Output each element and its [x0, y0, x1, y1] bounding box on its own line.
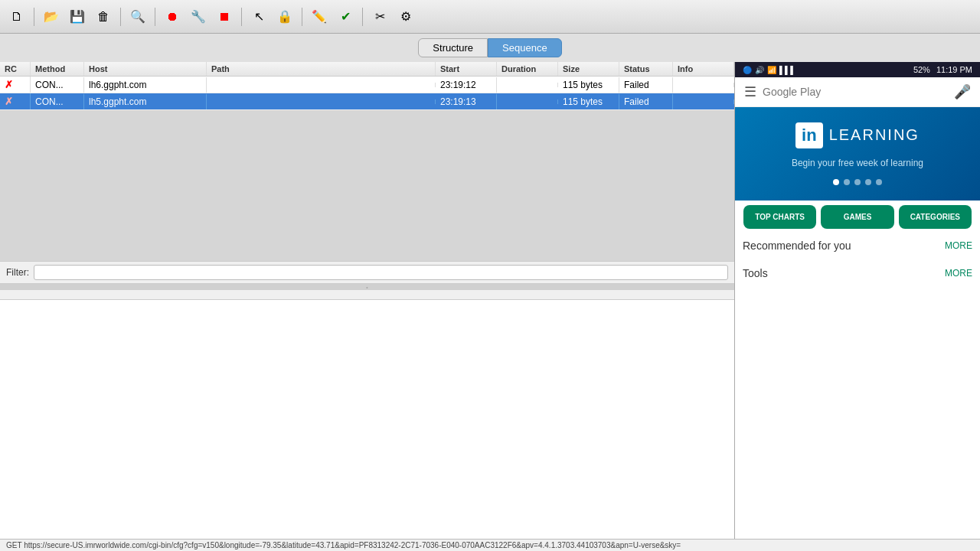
stop-icon[interactable]: ⏹ [214, 6, 235, 28]
right-panel: 🔵 🔊 📶 ▌▌▌ 52% 11:19 PM ☰ 🎤 in [735, 62, 980, 539]
gp-category-buttons: TOP CHARTS GAMES CATEGORIES [735, 201, 980, 233]
row-status: Failed [619, 77, 673, 93]
pencil-icon[interactable]: ✏️ [309, 6, 330, 28]
battery-time: 52% 11:19 PM [913, 65, 972, 74]
trash-icon[interactable]: 🗑 [93, 6, 114, 28]
phone-screen: 🔵 🔊 📶 ▌▌▌ 52% 11:19 PM ☰ 🎤 in [735, 62, 980, 539]
table-body: ✗ CON... lh6.ggpht.com 23:19:12 115 byte… [0, 77, 734, 110]
tab-sequence[interactable]: Sequence [488, 38, 562, 57]
cursor-icon[interactable]: ↖ [248, 6, 270, 28]
toolbar-separator-5 [302, 8, 302, 26]
filter-input[interactable] [34, 265, 728, 280]
categories-btn[interactable]: CATEGORIES [899, 205, 972, 229]
dot-2 [844, 179, 850, 185]
games-btn[interactable]: GAMES [821, 205, 893, 229]
hamburger-icon[interactable]: ☰ [744, 83, 756, 100]
error-icon: ✗ [5, 79, 13, 90]
dot-5 [876, 179, 882, 185]
dot-3 [854, 179, 861, 185]
row-path [207, 83, 436, 87]
status-left-icons: 🔵 🔊 📶 ▌▌▌ [743, 66, 795, 74]
request-table: RC Method Host Path Start Duration Size … [0, 62, 734, 261]
table-header: RC Method Host Path Start Duration Size … [0, 62, 734, 77]
row-host: lh5.ggpht.com [84, 94, 207, 109]
view-tabs: Structure Sequence [0, 34, 980, 62]
filter-label: Filter: [6, 267, 29, 278]
recommended-title-row: Recommended for you MORE [743, 240, 972, 252]
col-header-rc: RC [0, 62, 31, 76]
top-charts-btn[interactable]: TOP CHARTS [743, 205, 816, 229]
audio-icon: 🔊 [755, 66, 764, 74]
row-method: CON... [31, 94, 84, 109]
row-status: Failed [619, 94, 673, 109]
col-header-host: Host [84, 62, 207, 76]
clock: 11:19 PM [936, 65, 972, 74]
check-icon[interactable]: ✔ [335, 6, 356, 28]
col-header-size: Size [558, 62, 619, 76]
linkedin-banner: in LEARNING Begin your free week of lear… [735, 107, 980, 201]
tools-more-link[interactable]: MORE [945, 268, 972, 279]
detail-content [0, 300, 734, 539]
row-info [673, 99, 734, 104]
linkedin-subtitle: Begin your free week of learning [792, 158, 923, 168]
col-header-info: Info [673, 62, 734, 76]
new-icon[interactable]: 🗋 [6, 6, 28, 28]
google-play-header: ☰ 🎤 [735, 77, 980, 107]
row-size: 115 bytes [558, 77, 619, 93]
battery-percent: 52% [913, 65, 930, 74]
row-info [673, 83, 734, 87]
col-header-start: Start [436, 62, 497, 76]
record-icon[interactable]: ⏺ [162, 6, 183, 28]
status-bar: GET https://secure-US.imrworldwide.com/c… [0, 539, 980, 551]
save-icon[interactable]: 💾 [67, 6, 88, 28]
dot-1 [833, 179, 839, 185]
col-header-duration: Duration [497, 62, 558, 76]
row-method: CON... [31, 77, 84, 93]
recommended-title: Recommended for you [743, 240, 851, 252]
toolbar-separator-2 [120, 8, 121, 26]
banner-dots [833, 179, 882, 185]
row-duration [497, 99, 558, 104]
row-rc: ✗ [0, 77, 31, 93]
toolbar-separator-1 [34, 8, 34, 26]
tools-title: Tools [743, 267, 768, 279]
row-start: 23:19:12 [436, 77, 497, 93]
ssl-icon[interactable]: 🔒 [274, 6, 296, 28]
toolbar: 🗋 📂 💾 🗑 🔍 ⏺ 🔧 ⏹ ↖ 🔒 ✏️ ✔ ✂ ⚙ [0, 0, 980, 34]
linkedin-title: LEARNING [829, 126, 920, 144]
scissors-icon[interactable]: ✂ [369, 6, 390, 28]
settings-icon[interactable]: ⚙ [395, 6, 416, 28]
toolbar-separator-6 [362, 8, 363, 26]
row-host: lh6.ggpht.com [84, 77, 207, 93]
drag-handle[interactable] [0, 284, 734, 290]
error-icon: ✗ [5, 96, 13, 107]
open-icon[interactable]: 📂 [41, 6, 62, 28]
tools-title-row: Tools MORE [743, 267, 972, 279]
recommended-section: Recommended for you MORE [735, 233, 980, 264]
toolbar-separator-3 [155, 8, 155, 26]
bluetooth-icon: 🔵 [743, 66, 752, 74]
signal-icon: ▌▌▌ [779, 66, 795, 74]
gp-search-input[interactable] [763, 86, 948, 98]
tools-icon[interactable]: 🔧 [188, 6, 209, 28]
row-duration [497, 83, 558, 87]
table-row[interactable]: ✗ CON... lh6.ggpht.com 23:19:12 115 byte… [0, 77, 734, 93]
col-header-method: Method [31, 62, 84, 76]
filter-bar: Filter: [0, 261, 734, 284]
mic-icon[interactable]: 🎤 [954, 83, 971, 100]
recommended-more-link[interactable]: MORE [945, 240, 972, 251]
main-area: RC Method Host Path Start Duration Size … [0, 62, 980, 539]
row-path [207, 99, 436, 104]
table-row[interactable]: ✗ CON... lh5.ggpht.com 23:19:13 115 byte… [0, 93, 734, 110]
dot-4 [865, 179, 871, 185]
left-panel: RC Method Host Path Start Duration Size … [0, 62, 735, 539]
col-header-path: Path [207, 62, 436, 76]
tools-section: Tools MORE [735, 264, 980, 289]
tab-structure[interactable]: Structure [418, 38, 488, 57]
row-start: 23:19:13 [436, 94, 497, 109]
toolbar-separator-4 [241, 8, 242, 26]
find-icon[interactable]: 🔍 [127, 6, 149, 28]
col-header-status: Status [619, 62, 673, 76]
phone-status-bar: 🔵 🔊 📶 ▌▌▌ 52% 11:19 PM [735, 62, 980, 77]
detail-tabs [0, 290, 734, 300]
